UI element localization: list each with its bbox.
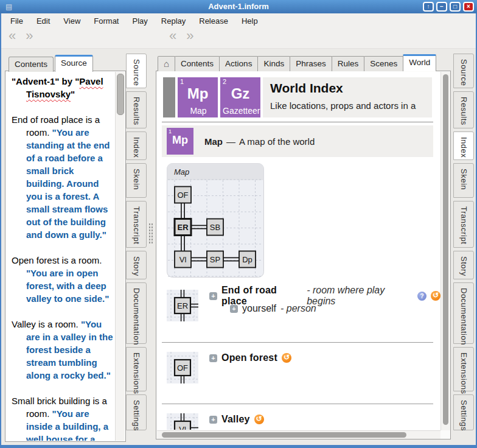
item-name[interactable]: Open forest	[221, 352, 277, 363]
left-pane-tabs: ContentsSource	[9, 55, 94, 72]
back-arrow-icon[interactable]: «	[169, 28, 176, 43]
tab-home[interactable]: ⌂	[158, 56, 175, 71]
expand-icon[interactable]: +	[209, 416, 217, 424]
source-scrollbar[interactable]	[115, 72, 125, 441]
pane-splitter-handle[interactable]	[148, 223, 153, 245]
menu-replay[interactable]: Replay	[155, 16, 192, 26]
tab-actions[interactable]: Actions	[219, 56, 258, 71]
left-strip-tab-index[interactable]: Index	[126, 131, 147, 160]
index-vertical-scrollbar-thumb[interactable]	[443, 74, 448, 425]
world-item-line: +End of road place- room where play begi…	[209, 290, 440, 302]
right-strip-tab-source[interactable]: Source	[453, 54, 474, 88]
help-icon[interactable]: ?	[417, 292, 427, 301]
source-scrollbar-thumb[interactable]	[117, 74, 124, 115]
menu-bar: FileEditViewFormatPlayReplayReleaseHelp	[1, 13, 476, 28]
svg-text:ER: ER	[177, 223, 189, 232]
tab-kinds[interactable]: Kinds	[257, 56, 290, 71]
tab-contents[interactable]: Contents	[175, 56, 220, 71]
svg-text:Vl: Vl	[179, 255, 187, 264]
menu-play[interactable]: Play	[125, 16, 154, 26]
restore-button[interactable]: □	[450, 2, 461, 12]
index-horizontal-scrollbar-thumb[interactable]	[162, 432, 406, 438]
svg-text:SP: SP	[210, 255, 220, 264]
menu-release[interactable]: Release	[192, 16, 235, 26]
tile-label: Map	[179, 106, 218, 116]
maximize-button[interactable]: ↑	[423, 2, 434, 12]
back-arrow-icon[interactable]: «	[9, 28, 16, 43]
go-to-source-icon[interactable]: ↺	[282, 353, 291, 363]
map-section-text: Map—A map of the world	[204, 136, 315, 147]
svg-text:OF: OF	[177, 191, 188, 200]
left-strip-tab-source[interactable]: Source	[126, 54, 147, 88]
source-paragraph: Small brick building is a room. "You are…	[12, 394, 114, 441]
index-tile-gazetteer[interactable]: 2GzGazetteer	[220, 77, 260, 117]
left-tab-source[interactable]: Source	[55, 55, 93, 72]
expand-icon[interactable]: +	[209, 292, 217, 300]
home-icon: ⌂	[164, 58, 169, 69]
map-section-tile[interactable]: 1 Mp	[167, 128, 193, 155]
right-strip-tab-documentation[interactable]: Documentation	[453, 282, 474, 344]
source-pane: "Advent-1" by "Pavel Tisnovsky"End of ro…	[5, 71, 126, 442]
tab-scenes[interactable]: Scenes	[364, 56, 403, 71]
world-index-content: 1MpMap2GzGazetteer World Index Like loca…	[157, 72, 440, 430]
right-strip-tab-transcript[interactable]: Transcript	[453, 201, 474, 248]
right-strip-tab-story[interactable]: Story	[453, 251, 474, 279]
tile-number: 2	[223, 78, 226, 85]
right-strip-tab-skein[interactable]: Skein	[453, 163, 474, 198]
left-strip-tab-extensions[interactable]: Extensions	[126, 347, 147, 391]
svg-text:Dp: Dp	[242, 255, 252, 264]
forward-arrow-icon[interactable]: »	[186, 28, 193, 43]
left-strip-tab-documentation[interactable]: Documentation	[126, 282, 147, 344]
nav-arrows-left-pane: «»	[9, 28, 43, 44]
svg-text:SB: SB	[210, 223, 220, 232]
menu-file[interactable]: File	[4, 16, 30, 26]
expand-icon[interactable]: +	[230, 305, 238, 313]
go-to-source-icon[interactable]: ↺	[254, 415, 264, 424]
source-paragraph: Open forest is a room. "You are in open …	[12, 254, 114, 305]
index-header-bar	[163, 77, 175, 117]
go-to-source-icon[interactable]: ↺	[431, 291, 440, 301]
menu-format[interactable]: Format	[87, 16, 125, 26]
right-strip-tab-index[interactable]: Index	[453, 131, 474, 160]
world-map-svg: MapOFERSBVlSPDp	[167, 163, 264, 278]
map-section-header: 1 Mp Map—A map of the world	[162, 125, 433, 157]
right-side-tab-strip: SourceResultsIndexSkeinTranscriptStoryDo…	[453, 54, 475, 433]
world-item-1: +Open forest↺	[209, 352, 291, 365]
right-strip-tab-results[interactable]: Results	[453, 91, 474, 128]
menu-edit[interactable]: Edit	[30, 16, 57, 26]
map-section-description: A map of the world	[239, 136, 315, 147]
tab-phrases[interactable]: Phrases	[290, 56, 332, 71]
svg-text:Vl: Vl	[179, 425, 186, 430]
world-map-diagram: MapOFERSBVlSPDp	[167, 163, 264, 278]
index-tile-map[interactable]: 1MpMap	[178, 77, 218, 117]
close-button[interactable]: ×	[463, 2, 474, 12]
minimize-button[interactable]: −	[436, 2, 447, 12]
nav-arrows-right-pane: «»	[169, 28, 204, 44]
left-strip-tab-skein[interactable]: Skein	[126, 163, 147, 198]
source-paragraph: Valley is a room. "You are in a valley i…	[12, 318, 114, 382]
menu-help[interactable]: Help	[235, 16, 265, 26]
expand-icon[interactable]: +	[209, 354, 217, 362]
forward-arrow-icon[interactable]: »	[26, 28, 33, 43]
window-border-left	[0, 0, 1, 448]
menu-view[interactable]: View	[57, 16, 87, 26]
page-subtitle: Like locations, props and actors in a	[270, 100, 432, 111]
source-editor[interactable]: "Advent-1" by "Pavel Tisnovsky"End of ro…	[6, 72, 115, 441]
tab-world[interactable]: World	[403, 54, 436, 71]
right-strip-tab-settings[interactable]: Settings	[453, 394, 474, 430]
index-horizontal-scrollbar[interactable]	[157, 430, 440, 439]
window-border-bottom[interactable]	[0, 445, 477, 448]
left-strip-tab-transcript[interactable]: Transcript	[126, 201, 147, 248]
tab-rules[interactable]: Rules	[332, 56, 365, 71]
right-strip-tab-extensions[interactable]: Extensions	[453, 347, 474, 391]
left-strip-tab-results[interactable]: Results	[126, 91, 147, 128]
title-bar[interactable]: ▤ Advent-1.inform ↑−□×	[0, 0, 477, 13]
map-title: Map	[174, 167, 189, 177]
index-vertical-scrollbar[interactable]	[440, 72, 450, 430]
separator: —	[226, 136, 235, 147]
left-strip-tab-settings[interactable]: Settings	[126, 394, 147, 430]
left-strip-tab-story[interactable]: Story	[126, 251, 147, 279]
left-tab-contents[interactable]: Contents	[9, 57, 54, 72]
subitem-name[interactable]: yourself	[242, 303, 276, 314]
item-name[interactable]: Valley	[221, 414, 250, 425]
